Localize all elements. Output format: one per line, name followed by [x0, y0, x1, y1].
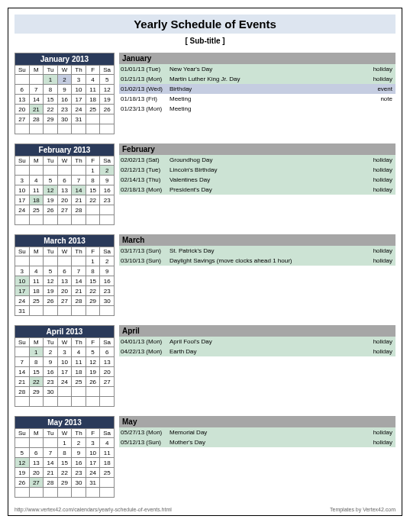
calendar-cell: 15	[86, 276, 100, 286]
calendar-cell-empty	[100, 488, 115, 498]
event-type	[365, 104, 395, 114]
calendar-cell: 23	[57, 105, 72, 114]
calendar-cell: 22	[86, 195, 100, 205]
day-header: Th	[72, 429, 86, 438]
month-block: January 2013SuMTuWThFSa12345678910111213…	[15, 53, 395, 134]
calendar-cell-empty	[72, 488, 86, 498]
event-row: 01/18/13 (Fri)Meetingnote	[119, 94, 395, 104]
calendar-cell-empty	[100, 124, 115, 134]
calendar-cell: 4	[100, 438, 115, 448]
calendar-cell: 1	[29, 347, 44, 357]
event-type: holiday	[365, 256, 395, 266]
calendar-cell-empty	[15, 347, 30, 357]
calendar-cell: 7	[29, 85, 44, 95]
calendar-cell: 13	[15, 95, 30, 105]
calendar-cell-empty	[29, 438, 44, 448]
calendar-cell: 15	[57, 458, 72, 468]
day-header: Th	[72, 66, 86, 75]
calendar-month-header: March 2013	[15, 235, 115, 247]
day-header: Th	[72, 156, 86, 166]
event-date: 04/01/13 (Mon)	[119, 337, 168, 347]
event-date: 01/02/13 (Wed)	[119, 84, 168, 94]
event-type: holiday	[365, 337, 395, 347]
events-header-spacer	[301, 234, 395, 246]
event-type: holiday	[365, 155, 395, 165]
event-date: 02/18/13 (Mon)	[119, 185, 168, 195]
calendar-cell: 24	[72, 105, 86, 114]
calendar-cell: 13	[57, 276, 72, 286]
day-header: Th	[72, 247, 86, 256]
calendar-cell: 26	[44, 296, 58, 306]
calendar-cell: 23	[100, 286, 115, 296]
events-header: April	[119, 325, 395, 337]
calendar-cell-empty	[100, 397, 115, 407]
calendar-cell: 21	[15, 377, 30, 387]
day-header: F	[86, 66, 100, 75]
event-description: Birthday	[168, 84, 365, 94]
calendar-cell-empty	[44, 215, 58, 225]
event-description: April Fool's Day	[168, 337, 365, 347]
calendar-cell: 29	[29, 387, 44, 397]
calendar-cell: 17	[72, 95, 86, 105]
calendar-cell: 19	[86, 367, 100, 377]
event-description: Meeting	[168, 94, 365, 104]
calendar-cell: 30	[100, 296, 115, 306]
calendar-cell-empty	[86, 114, 100, 124]
day-header: W	[57, 156, 72, 166]
calendar-cell: 17	[86, 458, 100, 468]
calendar-cell: 23	[44, 377, 58, 387]
events-header-spacer	[301, 143, 395, 155]
calendar-cell: 2	[100, 256, 115, 266]
event-type: holiday	[365, 175, 395, 185]
calendar-cell: 12	[44, 185, 58, 195]
calendar-cell-empty	[44, 166, 58, 176]
calendar-cell-empty	[72, 306, 86, 316]
event-date: 01/18/13 (Fri)	[119, 94, 168, 104]
month-block: March 2013SuMTuWThFSa1234567891011121314…	[15, 234, 395, 316]
calendar-cell: 10	[57, 357, 72, 367]
calendar-cell: 31	[72, 114, 86, 124]
event-row: 02/02/13 (Sat)Groundhog Dayholiday	[119, 155, 395, 165]
footer: http://www.vertex42.com/calendars/yearly…	[15, 507, 395, 512]
day-header: M	[29, 66, 44, 75]
calendar-cell-empty	[72, 256, 86, 266]
calendar-cell-empty	[29, 306, 44, 316]
calendar-cell: 8	[86, 266, 100, 276]
calendar-cell-empty	[100, 215, 115, 225]
day-header: Su	[15, 156, 30, 166]
day-header: F	[86, 338, 100, 347]
calendar-cell: 15	[29, 367, 44, 377]
calendar-cell: 9	[44, 357, 58, 367]
month-block: February 2013SuMTuWThFSa1234567891011121…	[15, 143, 395, 225]
calendar-cell: 7	[44, 448, 58, 458]
calendar-cell-empty	[86, 215, 100, 225]
calendar-cell: 3	[15, 266, 30, 276]
event-date: 03/17/13 (Sun)	[119, 246, 168, 256]
calendar-cell: 8	[29, 357, 44, 367]
month-block: May 2013SuMTuWThFSa123456789101112131415…	[15, 416, 395, 498]
calendar-cell: 6	[57, 176, 72, 185]
events-column: February02/02/13 (Sat)Groundhog Dayholid…	[119, 143, 395, 225]
calendar-cell-empty	[44, 306, 58, 316]
day-header: Tu	[44, 66, 58, 75]
calendar-cell-empty	[44, 124, 58, 134]
calendar-column: January 2013SuMTuWThFSa12345678910111213…	[15, 53, 115, 134]
events-column: January01/01/13 (Tue)New Year's Dayholid…	[119, 53, 395, 134]
calendar-cell-empty	[100, 205, 115, 215]
event-row: 01/23/13 (Mon)Meeting	[119, 104, 395, 114]
event-type: holiday	[365, 74, 395, 84]
calendar-cell: 20	[57, 195, 72, 205]
calendar-cell: 26	[100, 105, 115, 114]
calendar-cell: 28	[72, 296, 86, 306]
event-type: holiday	[365, 347, 395, 356]
calendar-cell: 10	[15, 276, 30, 286]
event-date: 01/23/13 (Mon)	[119, 104, 168, 114]
event-type: note	[365, 94, 395, 104]
calendar-cell: 2	[44, 347, 58, 357]
day-header: M	[29, 429, 44, 438]
calendar-cell: 16	[100, 185, 115, 195]
calendar-month-header: February 2013	[15, 144, 115, 156]
calendar-month-header: April 2013	[15, 326, 115, 338]
events-header: May	[119, 416, 395, 427]
calendar-cell: 21	[44, 468, 58, 478]
